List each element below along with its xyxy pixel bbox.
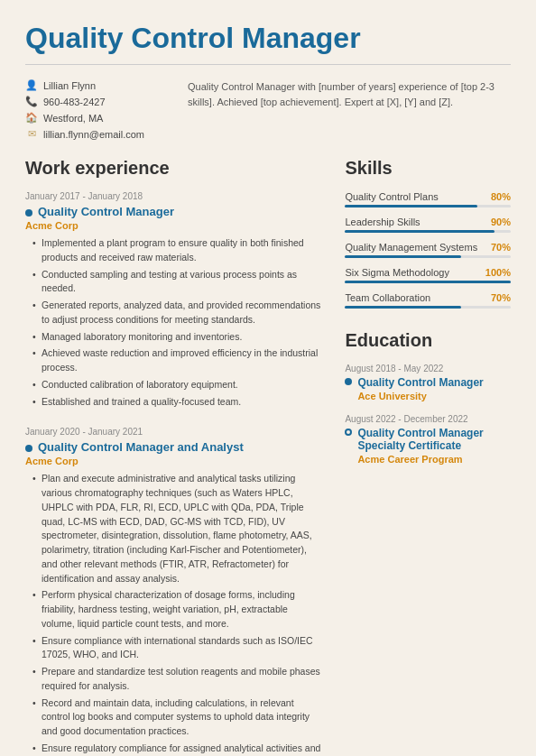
- edu-item-1: August 2022 - December 2022 Quality Cont…: [345, 414, 511, 465]
- work-item-1: January 2017 - January 2018 Quality Cont…: [25, 191, 323, 409]
- work-dot-1: [25, 209, 32, 217]
- work-company-1: Acme Corp: [25, 220, 323, 231]
- work-company-2: Acme Corp: [25, 456, 323, 466]
- page-title: Quality Control Manager: [25, 22, 511, 55]
- bullet-2-1: Plan and execute administrative and anal…: [32, 472, 323, 585]
- summary-text: Quality Control Manager with [number of …: [188, 79, 511, 140]
- skill-name-4: Team Collaboration: [345, 292, 430, 303]
- work-bullets-2: Plan and execute administrative and anal…: [25, 472, 323, 756]
- edu-date-0: August 2018 - May 2022: [345, 364, 511, 373]
- work-item-2: January 2020 - January 2021 Quality Cont…: [25, 427, 323, 756]
- bullet-1-3: Generated reports, analyzed data, and pr…: [32, 299, 323, 327]
- bullet-2-4: Prepare and standardize test solution re…: [32, 665, 323, 694]
- education-title: Education: [345, 330, 511, 351]
- bullet-1-7: Established and trained a quality-focuse…: [32, 395, 323, 410]
- bullet-1-4: Managed laboratory monitoring and invent…: [32, 330, 323, 345]
- edu-dot-0: [345, 378, 352, 385]
- edu-dot-1: [345, 429, 352, 436]
- contact-location: 🏠 Westford, MA: [25, 112, 152, 124]
- right-column: Skills Quality Control Plans 80% Leaders…: [345, 158, 511, 756]
- bullet-2-3: Ensure compliance with international sta…: [32, 634, 323, 663]
- work-experience-title: Work experience: [25, 158, 323, 179]
- skill-bar-fill-1: [345, 230, 494, 233]
- bullet-1-5: Achieved waste reduction and improved ef…: [32, 346, 323, 375]
- skill-name-3: Six Sigma Methodology: [345, 267, 449, 278]
- skill-item-3: Six Sigma Methodology 100%: [345, 267, 511, 283]
- skill-pct-4: 70%: [491, 292, 511, 303]
- contact-phone: 📞 960-483-2427: [25, 96, 152, 107]
- email-icon: ✉: [25, 128, 38, 140]
- main-content: Work experience January 2017 - January 2…: [25, 158, 511, 756]
- skill-name-1: Leadership Skills: [345, 217, 420, 227]
- contact-info: 👤 Lillian Flynn 📞 960-483-2427 🏠 Westfor…: [25, 79, 152, 140]
- skills-section: Skills Quality Control Plans 80% Leaders…: [345, 158, 511, 309]
- skill-item-4: Team Collaboration 70%: [345, 292, 511, 309]
- contact-name: 👤 Lillian Flynn: [25, 79, 152, 91]
- phone-icon: 📞: [25, 96, 38, 107]
- skill-bar-bg-4: [345, 306, 511, 309]
- skill-pct-1: 90%: [491, 217, 511, 227]
- bullet-1-2: Conducted sampling and testing at variou…: [32, 268, 323, 297]
- bullet-2-6: Ensure regulatory compliance for assigne…: [32, 742, 323, 756]
- work-title-2: Quality Control Manager and Analyst: [38, 440, 244, 454]
- skill-pct-0: 80%: [491, 191, 511, 202]
- skill-pct-2: 70%: [491, 242, 511, 253]
- skill-bar-fill-0: [345, 205, 477, 207]
- skill-bar-bg-2: [345, 255, 511, 258]
- skills-title: Skills: [345, 158, 511, 179]
- person-icon: 👤: [25, 79, 38, 91]
- edu-school-1: Acme Career Program: [357, 454, 511, 465]
- header-divider: [25, 64, 511, 65]
- skill-bar-bg-3: [345, 281, 511, 283]
- edu-title-0: Quality Control Manager: [357, 376, 483, 389]
- skill-name-0: Quality Control Plans: [345, 191, 438, 202]
- skill-bar-fill-3: [345, 281, 511, 283]
- work-date-2: January 2020 - January 2021: [25, 427, 323, 437]
- skill-item-1: Leadership Skills 90%: [345, 217, 511, 233]
- left-column: Work experience January 2017 - January 2…: [25, 158, 323, 756]
- bullet-1-6: Conducted calibration of laboratory equi…: [32, 378, 323, 392]
- skill-item-2: Quality Management Systems 70%: [345, 242, 511, 258]
- edu-item-0: August 2018 - May 2022 Quality Control M…: [345, 364, 511, 401]
- skill-bar-bg-1: [345, 230, 511, 233]
- bullet-1-1: Implemented a plant program to ensure qu…: [32, 236, 323, 265]
- work-bullets-1: Implemented a plant program to ensure qu…: [25, 236, 323, 409]
- contact-summary: 👤 Lillian Flynn 📞 960-483-2427 🏠 Westfor…: [25, 79, 511, 140]
- work-title-1: Quality Control Manager: [38, 205, 174, 218]
- skill-name-2: Quality Management Systems: [345, 242, 477, 253]
- skill-item-0: Quality Control Plans 80%: [345, 191, 511, 207]
- skill-pct-3: 100%: [485, 267, 511, 278]
- skill-bar-fill-2: [345, 255, 461, 258]
- edu-title-1: Quality Control Manager Specialty Certif…: [357, 427, 511, 452]
- work-dot-2: [25, 445, 32, 452]
- skill-bar-fill-4: [345, 306, 461, 309]
- bullet-2-5: Record and maintain data, including calc…: [32, 696, 323, 739]
- edu-school-0: Ace University: [357, 391, 511, 401]
- location-icon: 🏠: [25, 112, 38, 124]
- bullet-2-2: Perform physical characterization of dos…: [32, 588, 323, 631]
- skill-bar-bg-0: [345, 205, 511, 207]
- contact-email: ✉ lillian.flynn@email.com: [25, 128, 152, 140]
- work-date-1: January 2017 - January 2018: [25, 191, 323, 201]
- edu-date-1: August 2022 - December 2022: [345, 414, 511, 424]
